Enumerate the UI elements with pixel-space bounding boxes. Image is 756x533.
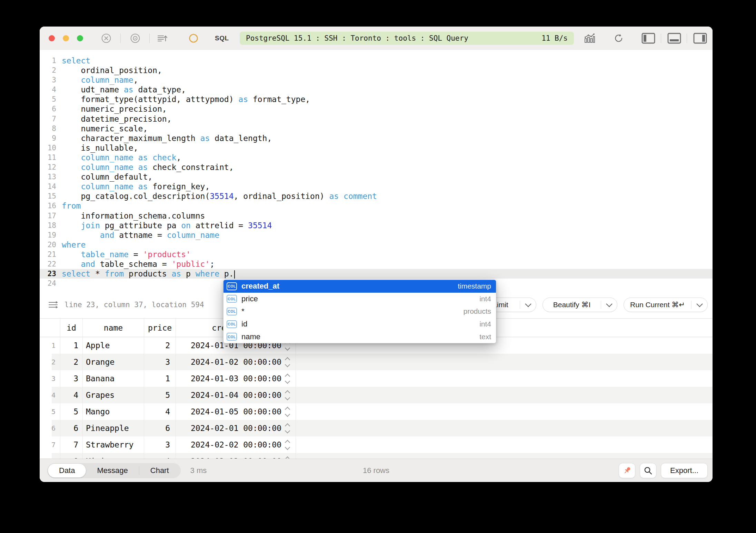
datetime-stepper[interactable] (286, 374, 289, 383)
code-line[interactable]: 21 table_name = 'products' (40, 250, 713, 259)
cell-created-at[interactable]: 2024-01-05 00:00:00 (176, 403, 296, 420)
connection-title-pill[interactable]: PostgreSQL 15.1 : SSH : Toronto : tools … (240, 32, 574, 45)
cell-id[interactable]: 1 (60, 337, 83, 354)
cell-id[interactable]: 4 (60, 387, 83, 403)
layout-bottom-panel-icon[interactable] (667, 33, 681, 44)
cell-price[interactable]: 1 (144, 370, 176, 387)
row-number[interactable]: 3 (40, 370, 60, 387)
code-line[interactable]: 3 column_name, (40, 75, 713, 85)
code-line[interactable]: 4 udt_name as data_type, (40, 85, 713, 94)
datetime-stepper[interactable] (286, 441, 289, 449)
column-header-id[interactable]: id (60, 319, 83, 337)
code-line[interactable]: 16from (40, 201, 713, 211)
code-line[interactable]: 1select (40, 56, 713, 66)
cell-id[interactable]: 5 (60, 403, 83, 420)
cell-name[interactable]: Mango (83, 403, 144, 420)
column-header-price[interactable]: price (144, 319, 176, 337)
pin-button[interactable] (619, 463, 635, 478)
column-header-name[interactable]: name (83, 319, 144, 337)
cell-created-at[interactable]: 2024-02-01 00:00:00 (176, 420, 296, 436)
cell-price[interactable]: 3 (144, 354, 176, 370)
cell-name[interactable]: Strawberry (83, 436, 144, 453)
code-line[interactable]: 23select * from products as p where p. (40, 269, 713, 279)
datetime-stepper[interactable] (286, 358, 289, 366)
cell-id[interactable]: 2 (60, 354, 83, 370)
run-dropdown-chevron[interactable] (692, 303, 707, 307)
circle-x-icon[interactable] (101, 33, 111, 43)
export-button[interactable]: Export... (661, 463, 708, 478)
cell-created-at[interactable]: 2024-01-03 00:00:00 (176, 370, 296, 387)
code-line[interactable]: 13 column_default, (40, 172, 713, 182)
sql-editor[interactable]: 1select2 ordinal_position,3 column_name,… (40, 50, 713, 291)
autocomplete-item[interactable]: COLcreated_attimestamp (223, 280, 496, 293)
code-line[interactable]: 12 column_name as check_constraint, (40, 162, 713, 172)
layout-left-panel-icon[interactable] (641, 33, 655, 44)
datetime-stepper[interactable] (286, 424, 289, 433)
cell-name[interactable]: Pineapple (83, 420, 144, 436)
row-number[interactable]: 6 (40, 420, 60, 436)
tab-chart[interactable]: Chart (139, 464, 180, 477)
refresh-icon[interactable] (614, 33, 624, 43)
code-line[interactable]: 6 numeric_precision, (40, 104, 713, 114)
autocomplete-item[interactable]: COLnametext (223, 330, 496, 343)
code-line[interactable]: 11 column_name as check, (40, 153, 713, 162)
row-number[interactable]: 7 (40, 436, 60, 453)
table-row[interactable]: 55Mango42024-01-05 00:00:00 (40, 403, 713, 420)
cell-price[interactable]: 6 (144, 420, 176, 436)
eye-icon[interactable] (130, 33, 140, 43)
table-row[interactable]: 66Pineapple62024-02-01 00:00:00 (40, 420, 713, 436)
code-line[interactable]: 8 numeric_scale, (40, 124, 713, 133)
table-row[interactable]: 44Grapes52024-01-04 00:00:00 (40, 387, 713, 403)
cell-name[interactable]: Kiwi (83, 453, 144, 459)
run-current-button[interactable]: Run Current ⌘↵ (624, 298, 708, 312)
orange-ring-icon[interactable] (189, 33, 198, 43)
cell-created-at[interactable]: 2024-01-04 00:00:00 (176, 387, 296, 403)
minimize-button[interactable] (63, 35, 69, 41)
code-line[interactable]: 22 and table_schema = 'public'; (40, 259, 713, 269)
layout-right-panel-icon[interactable] (693, 33, 707, 44)
list-arrow-up-icon[interactable] (157, 33, 168, 43)
tab-data[interactable]: Data (48, 464, 86, 477)
datetime-stepper[interactable] (286, 408, 289, 416)
cell-created-at[interactable]: 2024-02-02 00:00:00 (176, 436, 296, 453)
code-line[interactable]: 2 ordinal_position, (40, 66, 713, 75)
stats-chart-icon[interactable] (584, 33, 596, 44)
cell-price[interactable]: 3 (144, 436, 176, 453)
beautify-button[interactable]: Beautify ⌘I (543, 298, 617, 312)
search-button[interactable] (640, 463, 656, 478)
limit-dropdown-chevron[interactable] (520, 303, 536, 307)
table-row[interactable]: 33Banana12024-01-03 00:00:00 (40, 370, 713, 387)
cell-price[interactable]: 4 (144, 403, 176, 420)
beautify-dropdown-chevron[interactable] (601, 303, 617, 307)
cell-id[interactable]: 7 (60, 436, 83, 453)
code-line[interactable]: 9 character_maximum_length as data_lengt… (40, 133, 713, 143)
cell-price[interactable]: 5 (144, 387, 176, 403)
cell-id[interactable]: 3 (60, 370, 83, 387)
cell-name[interactable]: Apple (83, 337, 144, 354)
code-line[interactable]: 18 join pg_attribute pa on attrelid = 35… (40, 221, 713, 230)
row-number[interactable]: 8 (40, 453, 60, 459)
code-line[interactable]: 19 and attname = column_name (40, 230, 713, 240)
cell-created-at[interactable]: 2024-01-02 00:00:00 (176, 354, 296, 370)
table-row[interactable]: 77Strawberry32024-02-02 00:00:00 (40, 436, 713, 453)
cell-created-at[interactable]: 2024-02-03 00:00:00 (176, 453, 296, 459)
cell-id[interactable]: 6 (60, 420, 83, 436)
code-line[interactable]: 5 format_type(atttypid, atttypmod) as fo… (40, 94, 713, 104)
tab-message[interactable]: Message (86, 464, 139, 477)
cell-price[interactable]: 4 (144, 453, 176, 459)
cell-name[interactable]: Banana (83, 370, 144, 387)
row-number[interactable]: 4 (40, 387, 60, 403)
autocomplete-item[interactable]: COLidint4 (223, 318, 496, 331)
zoom-button[interactable] (77, 35, 83, 41)
cell-id[interactable]: 8 (60, 453, 83, 459)
editor-settings-icon[interactable] (48, 300, 59, 310)
row-number[interactable]: 1 (40, 337, 60, 354)
row-number[interactable]: 2 (40, 354, 60, 370)
row-number[interactable]: 5 (40, 403, 60, 420)
code-line[interactable]: 10 is_nullable, (40, 143, 713, 153)
datetime-stepper[interactable] (286, 391, 289, 400)
code-line[interactable]: 20where (40, 240, 713, 250)
code-line[interactable]: 17 information_schema.columns (40, 211, 713, 221)
table-row[interactable]: 22Orange32024-01-02 00:00:00 (40, 354, 713, 370)
close-button[interactable] (49, 35, 55, 41)
